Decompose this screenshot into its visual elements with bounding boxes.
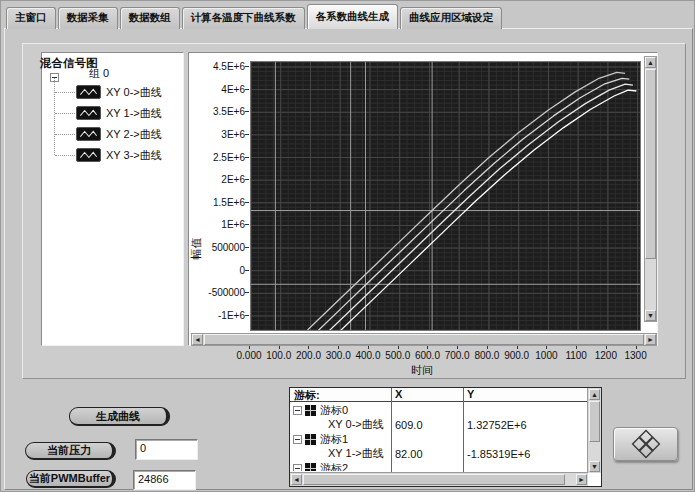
y-axis-tick-mark: [245, 179, 249, 180]
x-axis-tick-label: 1300: [615, 350, 657, 361]
cursor-plot-label: XY 1->曲线: [328, 446, 384, 461]
scrollbar-thumb[interactable]: [589, 401, 600, 442]
current-pressure-field[interactable]: 0: [135, 439, 198, 460]
y-axis-tick-label: 3.5E+6: [193, 106, 245, 117]
mixed-signal-chart: [251, 62, 640, 330]
x-axis-tick-mark: [249, 346, 250, 349]
table-row[interactable]: 游标0: [290, 403, 587, 417]
minus-expand-icon[interactable]: [293, 435, 302, 444]
y-axis-tick-label: -1E+6: [193, 310, 245, 321]
graph-horizontal-scrollbar[interactable]: ◄ ►: [191, 333, 657, 346]
legend-tree-line: [55, 155, 75, 156]
scroll-right-icon[interactable]: ►: [576, 474, 587, 485]
series-curve: [313, 78, 630, 330]
cursor-group-label: 游标1: [320, 432, 348, 447]
cursor-group-label: 游标0: [320, 403, 348, 418]
scrollbar-thumb[interactable]: [204, 334, 644, 345]
scroll-down-icon[interactable]: ▼: [645, 310, 656, 321]
y-column-header[interactable]: Y: [463, 388, 474, 400]
current-pwmbuffer-field[interactable]: 24866: [133, 470, 196, 490]
cursor-table: 游标: X Y 游标0XY 0->曲线609.01.32752E+6游标1XY …: [289, 387, 602, 487]
y-axis-tick-mark: [245, 315, 249, 316]
scrollbar-thumb[interactable]: [303, 474, 565, 485]
scroll-left-icon[interactable]: ◄: [192, 334, 203, 345]
tab-item[interactable]: 各系数曲线生成: [307, 4, 399, 29]
legend-item-label: XY 2->曲线: [106, 127, 162, 142]
legend-tree-line: [54, 78, 55, 155]
scrollbar-thumb[interactable]: [645, 69, 656, 259]
table-row[interactable]: XY 1->曲线82.00-1.85319E+6: [290, 447, 587, 461]
y-axis-tick-mark: [245, 157, 249, 158]
waveform-icon: [76, 148, 101, 162]
legend-item[interactable]: XY 3->曲线: [76, 147, 162, 163]
tab-page: 混合信号图 组 0 XY 0->曲线XY 1->曲线XY 2->曲线XY 3->…: [4, 28, 693, 490]
plot-area[interactable]: [250, 61, 641, 331]
y-axis-tick-mark: [245, 89, 249, 90]
generate-curve-button[interactable]: 生成曲线: [69, 407, 170, 426]
y-axis-tick-mark: [245, 247, 249, 248]
labview-window: 主窗口数据采集数据数组计算各温度下曲线系数各系数曲线生成曲线应用区域设定 混合信…: [0, 0, 695, 492]
y-axis-tick-label: 2.5E+6: [193, 152, 245, 163]
current-pwmbuffer-button[interactable]: 当前PWMBuffer: [26, 470, 116, 488]
legend-item[interactable]: XY 2->曲线: [76, 126, 162, 142]
tab-item[interactable]: 主窗口: [6, 7, 56, 29]
tab-item[interactable]: 曲线应用区域设定: [400, 7, 502, 29]
y-axis-tick-label: 4E+6: [193, 84, 245, 95]
cursor-table-body: 游标0XY 0->曲线609.01.32752E+6游标1XY 1->曲线82.…: [290, 403, 587, 471]
legend-tree-line: [55, 92, 75, 93]
legend-item[interactable]: XY 0->曲线: [76, 84, 162, 100]
graph-palette-button[interactable]: [613, 427, 678, 461]
minus-expand-icon[interactable]: [293, 464, 302, 472]
waveform-icon: [76, 127, 101, 141]
x-axis-tick-mark: [427, 346, 428, 349]
four-diamonds-icon: [631, 429, 661, 459]
x-axis-tick-mark: [338, 346, 339, 349]
tab-item[interactable]: 数据采集: [58, 7, 118, 29]
waveform-icon: [76, 106, 101, 120]
scroll-right-icon[interactable]: ►: [645, 334, 656, 345]
y-axis-tick-label: 1.5E+6: [193, 197, 245, 208]
x-axis-tick-mark: [279, 346, 280, 349]
cursor-y-value: -1.85319E+6: [467, 448, 530, 460]
tab-item[interactable]: 数据数组: [120, 7, 180, 29]
x-column-header[interactable]: X: [391, 388, 402, 400]
cursor-column-header[interactable]: 游标:: [290, 388, 320, 403]
table-horizontal-scrollbar[interactable]: ◄ ►: [290, 472, 588, 486]
y-axis-tick-label: 4.5E+6: [193, 61, 245, 72]
graph-panel: 幅值 ▲ ▼ ◄ ► 4.5E+64E+63.5E+63E+62.5E+62E: [188, 52, 658, 346]
legend-tree-line: [55, 113, 75, 114]
y-axis-tick-label: -500000: [193, 287, 245, 298]
x-axis-tick-mark: [546, 346, 547, 349]
y-axis-tick-label: 2E+6: [193, 174, 245, 185]
table-vertical-scrollbar[interactable]: ▲ ▼: [587, 388, 601, 473]
tab-item[interactable]: 计算各温度下曲线系数: [182, 7, 305, 29]
graph-vertical-scrollbar[interactable]: ▲ ▼: [644, 56, 657, 322]
x-axis-title: 时间: [411, 363, 433, 378]
y-axis-tick-mark: [245, 202, 249, 203]
x-axis-tick-mark: [457, 346, 458, 349]
scroll-down-icon[interactable]: ▼: [589, 461, 600, 472]
graph-legend-panel: 组 0 XY 0->曲线XY 1->曲线XY 2->曲线XY 3->曲线: [41, 52, 184, 346]
waveform-icon: [76, 85, 101, 99]
cursor-x-value: 82.00: [395, 448, 423, 460]
x-axis-tick-mark: [398, 346, 399, 349]
scroll-left-icon[interactable]: ◄: [291, 474, 302, 485]
table-row[interactable]: XY 0->曲线609.01.32752E+6: [290, 418, 587, 432]
x-axis-tick-mark: [308, 346, 309, 349]
graph-frame: 组 0 XY 0->曲线XY 1->曲线XY 2->曲线XY 3->曲线 幅值 …: [22, 43, 686, 379]
y-axis-tick-label: 500000: [193, 242, 245, 253]
legend-item[interactable]: XY 1->曲线: [76, 105, 162, 121]
scroll-up-icon[interactable]: ▲: [645, 57, 656, 68]
minus-expand-icon[interactable]: [293, 406, 302, 415]
current-pressure-button[interactable]: 当前压力: [25, 442, 116, 460]
tab-bar: 主窗口数据采集数据数组计算各温度下曲线系数各系数曲线生成曲线应用区域设定: [6, 4, 504, 29]
y-axis-tick-mark: [245, 111, 249, 112]
table-row[interactable]: 游标2: [290, 461, 587, 471]
legend-tree-line: [55, 134, 75, 135]
scroll-up-icon[interactable]: ▲: [589, 389, 600, 400]
legend-item-label: XY 0->曲线: [106, 85, 162, 100]
legend-item-label: XY 1->曲线: [106, 106, 162, 121]
table-row[interactable]: 游标1: [290, 432, 587, 446]
y-axis-tick-mark: [245, 270, 249, 271]
cursor-table-header: 游标: X Y: [290, 388, 601, 402]
